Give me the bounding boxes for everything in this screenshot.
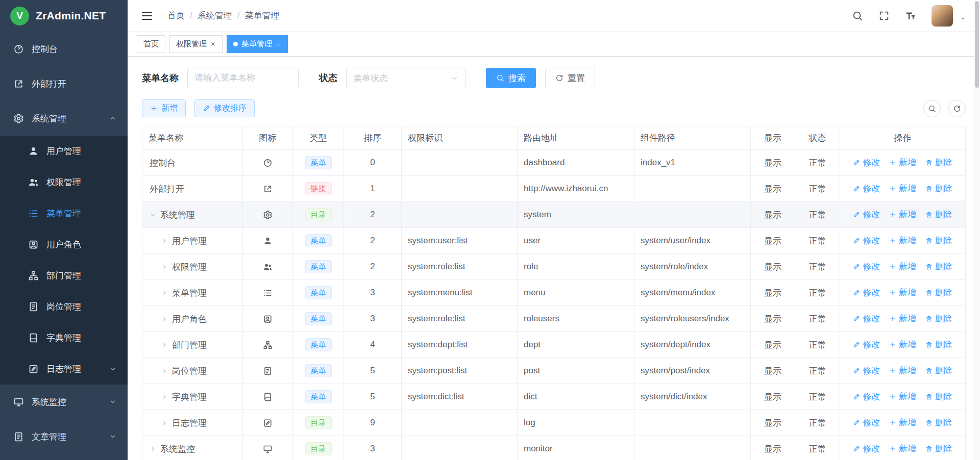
delete-button[interactable]: 删除 [925, 209, 952, 220]
delete-button[interactable]: 删除 [925, 157, 952, 168]
sidebar-item-external-open[interactable]: 外部打开 [0, 66, 128, 101]
column-header: 状态 [795, 126, 840, 150]
menu-status-select[interactable]: 菜单状态 [346, 68, 465, 88]
edit-button[interactable]: 修改 [853, 365, 880, 376]
add-button[interactable]: 新增 [889, 157, 916, 168]
search-button[interactable]: 搜索 [486, 68, 536, 88]
delete-button[interactable]: 删除 [925, 365, 952, 376]
edit-button[interactable]: 修改 [853, 209, 880, 220]
delete-button[interactable]: 删除 [925, 391, 952, 402]
component-cell: index_v1 [634, 150, 751, 176]
sidebar-item-console[interactable]: 控制台 [0, 32, 128, 66]
edit-button[interactable]: 修改 [853, 443, 880, 454]
visible-cell: 显示 [751, 176, 795, 202]
delete-button[interactable]: 删除 [925, 287, 952, 298]
edit-sort-button[interactable]: 修改排序 [194, 99, 255, 117]
add-button[interactable]: 新增 [889, 443, 916, 454]
sidebar-item-article-management[interactable]: 文章管理 [0, 419, 128, 454]
user-icon [263, 236, 273, 246]
edit-button[interactable]: 修改 [853, 261, 880, 272]
add-menu-button[interactable]: 新增 [142, 99, 186, 117]
edit-button[interactable]: 修改 [853, 391, 880, 402]
fullscreen-icon[interactable] [878, 10, 890, 21]
path-cell: dashboard [518, 150, 634, 176]
sidebar-item-label: 日志管理 [46, 363, 81, 375]
perms-cell: system:menu:list [402, 280, 518, 306]
sort-cell: 2 [344, 228, 402, 254]
edit-button[interactable]: 修改 [853, 339, 880, 350]
collapse-sidebar-icon[interactable] [141, 10, 153, 22]
edit-button[interactable]: 修改 [853, 287, 880, 298]
edit-button[interactable]: 修改 [853, 313, 880, 324]
sidebar-item-system-monitor[interactable]: 系统监控 [0, 385, 128, 419]
add-button[interactable]: 新增 [889, 313, 916, 324]
add-button[interactable]: 新增 [889, 339, 916, 350]
edit-button[interactable]: 修改 [853, 157, 880, 168]
delete-button[interactable]: 删除 [925, 235, 952, 246]
delete-button[interactable]: 删除 [925, 261, 952, 272]
edit-button[interactable]: 修改 [853, 183, 880, 194]
tab-home[interactable]: 首页 [137, 35, 165, 53]
reset-button[interactable]: 重置 [545, 68, 595, 88]
sidebar-item-user-role[interactable]: 用户角色 [0, 229, 128, 260]
add-button[interactable]: 新增 [889, 365, 916, 376]
refresh-table-button[interactable] [948, 100, 966, 117]
edit-button[interactable]: 修改 [853, 417, 880, 428]
add-button[interactable]: 新增 [889, 417, 916, 428]
tree-expand-icon[interactable] [150, 212, 156, 218]
sidebar-item-menu-management[interactable]: 菜单管理 [0, 198, 128, 229]
sidebar-item-permission-management[interactable]: 权限管理 [0, 167, 128, 198]
add-button[interactable]: 新增 [889, 235, 916, 246]
add-button[interactable]: 新增 [889, 391, 916, 402]
add-button[interactable]: 新增 [889, 209, 916, 220]
tree-collapse-icon[interactable] [161, 238, 168, 244]
sidebar-item-dict-management[interactable]: 字典管理 [0, 322, 128, 353]
tree-collapse-icon[interactable] [161, 264, 168, 270]
delete-button[interactable]: 删除 [925, 313, 952, 324]
breadcrumb-item[interactable]: 系统管理 [198, 10, 232, 21]
status-cell: 正常 [795, 410, 840, 436]
add-button[interactable]: 新增 [889, 261, 916, 272]
tree-collapse-icon[interactable] [161, 342, 168, 348]
tree-collapse-icon[interactable] [150, 446, 156, 452]
user-menu-caret-icon[interactable] [959, 15, 967, 22]
toggle-search-button[interactable] [923, 100, 941, 117]
tab-permission[interactable]: 权限管理 [169, 35, 223, 53]
edit-button[interactable]: 修改 [853, 235, 880, 246]
delete-button[interactable]: 删除 [925, 443, 952, 454]
tree-collapse-icon[interactable] [161, 290, 168, 296]
scrollbar-thumb[interactable] [975, 1, 979, 88]
avatar[interactable] [932, 5, 953, 27]
menu-name: 字典管理 [172, 391, 207, 403]
delete-button[interactable]: 删除 [925, 339, 952, 350]
tree-collapse-icon[interactable] [161, 316, 168, 322]
edit-icon [853, 367, 860, 374]
search-icon[interactable] [852, 10, 863, 21]
font-size-icon[interactable] [905, 10, 916, 21]
delete-button[interactable]: 删除 [925, 417, 952, 428]
actions-cell: 修改新增删除 [840, 150, 966, 176]
tree-collapse-icon[interactable] [161, 420, 168, 426]
tab-menu[interactable]: 菜单管理 [227, 35, 288, 53]
close-icon[interactable] [210, 41, 216, 47]
sidebar-item-user-management[interactable]: 用户管理 [0, 136, 128, 167]
log-edit-icon [28, 364, 39, 374]
close-icon[interactable] [276, 41, 281, 47]
add-button[interactable]: 新增 [889, 287, 916, 298]
tree-collapse-icon[interactable] [161, 368, 168, 374]
sidebar-item-post-management[interactable]: 岗位管理 [0, 291, 128, 322]
perms-cell: system:dict:list [402, 384, 518, 410]
type-cell: 目录 [293, 202, 344, 228]
chevron-down-icon [109, 366, 116, 373]
menu-name-input[interactable] [187, 68, 299, 88]
breadcrumb-item[interactable]: 菜单管理 [244, 10, 279, 21]
delete-button[interactable]: 删除 [925, 183, 952, 194]
sidebar-item-log-management[interactable]: 日志管理 [0, 353, 128, 385]
breadcrumb-item[interactable]: 首页 [167, 10, 185, 21]
type-cell: 菜单 [293, 306, 344, 332]
sidebar-item-dept-management[interactable]: 部门管理 [0, 260, 128, 291]
path-cell: post [518, 358, 634, 384]
sidebar-item-system-management[interactable]: 系统管理 [0, 101, 128, 136]
add-button[interactable]: 新增 [889, 183, 916, 194]
tree-collapse-icon[interactable] [161, 394, 168, 400]
